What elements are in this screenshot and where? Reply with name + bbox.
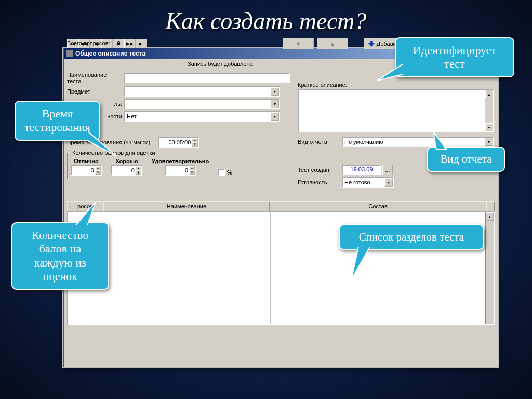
plus-icon: ✚ <box>368 39 375 48</box>
readiness-select[interactable]: Не готово▼ <box>342 177 394 188</box>
svg-marker-0 <box>377 64 403 81</box>
svg-marker-4 <box>351 247 370 280</box>
chevron-down-icon[interactable]: ▼ <box>384 178 393 187</box>
label-readiness: Готовность <box>298 179 342 185</box>
grade-header-good: Хорошо <box>115 158 138 164</box>
grid-scrollbar[interactable]: ▲ <box>485 212 494 324</box>
scroll-down-icon[interactable]: ▼ <box>485 123 493 131</box>
app-window: Общее описание теста Запись будет добавл… <box>63 48 498 367</box>
callout-timing: Время тестирования <box>15 101 100 141</box>
svg-marker-3 <box>76 202 96 225</box>
date-picker-button[interactable]: ... <box>382 165 393 175</box>
spin-down-icon[interactable]: ▼ <box>95 170 101 175</box>
left-column: Наименование теста Предмет ▼ ль: ▼ ности… <box>67 70 290 179</box>
percent-checkbox[interactable]: % <box>218 169 232 176</box>
grade-header-satis: Удовлетворительно <box>152 158 209 164</box>
short-desc-textarea[interactable]: ▲ ▼ <box>298 89 494 132</box>
chevron-down-icon[interactable]: ▼ <box>485 138 493 146</box>
test-time-input[interactable] <box>159 138 192 147</box>
slide-title: Как создать тест? <box>0 0 532 38</box>
svg-marker-2 <box>433 132 447 150</box>
label-report-type: Вид отчёта <box>298 139 342 145</box>
callout-tail-icon <box>88 129 117 156</box>
scrollbar[interactable]: ▲ ▼ <box>485 90 493 131</box>
spin-down-icon[interactable]: ▼ <box>136 170 141 175</box>
callout-report: Вид отчета <box>427 147 505 172</box>
field3-select[interactable]: ▼ <box>124 99 280 109</box>
callout-identify: Идентифицирует тест <box>395 37 514 77</box>
label-total-questions: Всего вопросов: <box>67 40 110 46</box>
callout-grades: Количество балов на каждую из оценок <box>11 222 109 290</box>
spin-up-icon[interactable]: ▲ <box>189 166 195 170</box>
grade-header-excellent: Отлично <box>74 158 98 164</box>
scroll-up-icon[interactable]: ▲ <box>486 212 494 221</box>
callout-tail-icon <box>433 132 454 150</box>
spin-down-icon[interactable]: ▼ <box>192 142 198 147</box>
spin-up-icon[interactable]: ▲ <box>192 138 198 142</box>
chevron-down-icon[interactable]: ▼ <box>271 87 279 96</box>
test-name-input[interactable] <box>124 73 291 83</box>
right-column: Краткое описание: ▲ ▼ Вид отчёта По умол… <box>298 82 494 190</box>
callout-tail-icon <box>377 62 403 81</box>
grade-good-input[interactable] <box>112 166 136 175</box>
spin-up-icon[interactable]: ▲ <box>95 166 101 170</box>
callout-tail-icon <box>71 202 96 225</box>
label-test-created: Тест создан: <box>298 167 342 173</box>
total-questions-value: 0 <box>117 40 121 46</box>
grid-header-col2[interactable]: Наименование <box>103 201 270 211</box>
label-name: Наименование теста <box>67 72 124 84</box>
report-type-select[interactable]: По умолчанию▼ <box>342 137 494 147</box>
grade-satis-spinner[interactable]: ▲▼ <box>165 165 196 176</box>
svg-marker-1 <box>88 131 117 156</box>
grid: росов Наименование Состав ▲ <box>67 201 495 328</box>
callout-tail-icon <box>351 247 381 280</box>
test-created-field[interactable]: 19.03.09 <box>342 165 381 175</box>
label-subject: Предмет <box>67 88 124 95</box>
grid-header-scroll <box>486 201 495 211</box>
spin-up-icon[interactable]: ▲ <box>136 166 141 170</box>
grade-excellent-input[interactable] <box>72 166 95 175</box>
grid-header-col3[interactable]: Состав <box>270 201 486 211</box>
subject-select[interactable]: ▼ <box>124 86 280 97</box>
spin-down-icon[interactable]: ▼ <box>189 170 195 175</box>
chevron-down-icon[interactable]: ▼ <box>271 112 279 121</box>
scroll-up-icon[interactable]: ▲ <box>485 90 493 98</box>
test-time-spinner[interactable]: ▲▼ <box>158 137 199 148</box>
label-short-desc: Краткое описание: <box>298 82 494 88</box>
sort-up-button[interactable]: ▲ <box>317 38 348 49</box>
grade-excellent-spinner[interactable]: ▲▼ <box>71 165 102 176</box>
grade-good-spinner[interactable]: ▲▼ <box>111 165 142 176</box>
sort-down-button[interactable]: ▼ <box>283 38 314 49</box>
grade-satis-input[interactable] <box>166 166 189 175</box>
field4-select[interactable]: Нет▼ <box>124 111 280 122</box>
callout-sections: Список разделов теста <box>339 224 484 250</box>
chevron-down-icon[interactable]: ▼ <box>271 100 279 108</box>
